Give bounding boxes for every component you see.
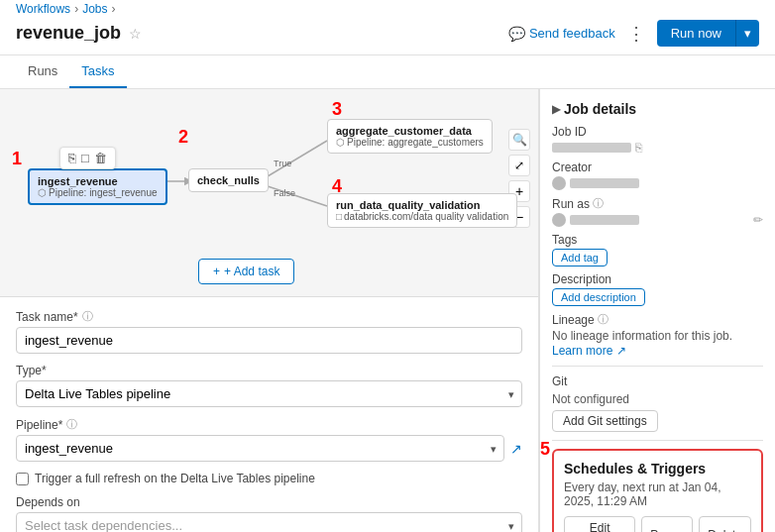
lineage-label: Lineage ⓘ <box>552 312 763 327</box>
run-now-group: Run now ▾ <box>657 20 759 47</box>
type-label: Type* <box>16 364 522 377</box>
lineage-info-icon[interactable]: ⓘ <box>598 312 609 327</box>
feedback-button[interactable]: 💬 Send feedback <box>508 26 615 42</box>
svg-line-1 <box>268 141 327 176</box>
job-id-row: Job ID ⎘ <box>552 125 763 155</box>
tags-row: Tags Add tag <box>552 233 763 266</box>
job-id-copy-icon[interactable]: ⎘ <box>635 141 642 155</box>
star-icon[interactable]: ☆ <box>129 26 142 42</box>
run-as-edit-icon[interactable]: ✏ <box>753 213 763 227</box>
right-panel: ▶ Job details Job ID ⎘ Creator <box>539 89 775 532</box>
node-sub-quality: □ databricks.com/data quality validation <box>336 211 508 222</box>
copy-icon[interactable]: ⎘ <box>68 151 76 165</box>
step-3: 3 <box>332 99 342 120</box>
form-checkbox: Trigger a full refresh on the Delta Live… <box>16 472 522 485</box>
run-now-button[interactable]: Run now <box>657 20 735 47</box>
lineage-text: No lineage information for this job. <box>552 329 763 343</box>
type-select[interactable]: Delta Live Tables pipeline <box>16 380 522 407</box>
node-ingest-revenue[interactable]: ingest_revenue ⬡ Pipeline: ingest_revenu… <box>28 168 167 205</box>
chevron-icon: ▶ <box>552 103 560 116</box>
add-git-settings-button[interactable]: Add Git settings <box>552 410 658 432</box>
divider-2 <box>552 440 763 441</box>
description-label: Description <box>552 272 763 286</box>
schedules-actions: Edit trigger Pause Delete <box>564 516 751 532</box>
svg-text:False: False <box>274 188 295 198</box>
feedback-label: Send feedback <box>529 26 615 41</box>
run-as-value: ✏ <box>552 213 763 227</box>
task-name-info-icon[interactable]: ⓘ <box>82 309 93 324</box>
breadcrumb-sep1: › <box>74 2 78 16</box>
task-name-input[interactable] <box>16 327 522 354</box>
depends-on-label: Depends on <box>16 495 522 509</box>
pipeline-select[interactable]: ingest_revenue <box>16 435 504 462</box>
add-description-button[interactable]: Add description <box>552 288 645 306</box>
delete-node-icon[interactable]: 🗑 <box>94 151 107 165</box>
delete-button[interactable]: Delete <box>699 516 751 532</box>
git-text: Not configured <box>552 392 763 406</box>
divider-1 <box>552 366 763 367</box>
tab-tasks[interactable]: Tasks <box>69 55 126 88</box>
edit-node-icon[interactable]: □ <box>81 151 89 165</box>
creator-value <box>552 176 763 190</box>
task-name-label: Task name* ⓘ <box>16 309 522 324</box>
git-label: Git <box>552 374 763 388</box>
step-1: 1 <box>12 149 22 169</box>
page-title: revenue_job <box>16 23 121 44</box>
fit-view-tool[interactable]: ⤢ <box>508 155 530 176</box>
job-id-label: Job ID <box>552 125 763 139</box>
run-now-dropdown-button[interactable]: ▾ <box>735 20 759 47</box>
zoom-search-tool[interactable]: 🔍 <box>508 129 530 151</box>
step-5-badge: 5 <box>540 439 550 460</box>
schedules-title: Schedules & Triggers <box>564 461 751 477</box>
pipeline-external-link-icon[interactable]: ↗ <box>510 441 522 457</box>
pipeline-label: Pipeline* ⓘ <box>16 417 522 432</box>
tags-label: Tags <box>552 233 763 247</box>
step-4: 4 <box>332 176 342 197</box>
svg-text:True: True <box>274 159 291 168</box>
run-as-row: Run as ⓘ ✏ <box>552 196 763 227</box>
node-check-nulls[interactable]: check_nulls <box>188 168 269 192</box>
trigger-refresh-label[interactable]: Trigger a full refresh on the Delta Live… <box>16 472 522 485</box>
form-depends-on: Depends on Select task dependencies... ▾ <box>16 495 522 532</box>
more-options-button[interactable]: ⋮ <box>623 21 649 47</box>
node-title-aggregate: aggregate_customer_data <box>336 125 484 137</box>
node-title-quality: run_data_quality_validation <box>336 199 508 211</box>
job-details-section: ▶ Job details Job ID ⎘ Creator <box>552 101 763 532</box>
breadcrumb-jobs[interactable]: Jobs <box>82 2 107 16</box>
schedules-text: Every day, next run at Jan 04, 2025, 11:… <box>564 480 751 508</box>
node-aggregate[interactable]: aggregate_customer_data ⬡ Pipeline: aggr… <box>327 119 493 154</box>
lineage-row: Lineage ⓘ No lineage information for thi… <box>552 312 763 358</box>
pipeline-info-icon[interactable]: ⓘ <box>66 417 77 432</box>
add-task-button[interactable]: + + Add task <box>198 259 294 284</box>
feedback-icon: 💬 <box>508 26 525 42</box>
node-title-check: check_nulls <box>197 174 260 186</box>
form-task-name: Task name* ⓘ <box>16 309 522 354</box>
node-title: ingest_revenue <box>38 175 158 187</box>
learn-more-link[interactable]: Learn more ↗ <box>552 344 626 358</box>
node-sub-aggregate: ⬡ Pipeline: aggregate_customers <box>336 137 484 148</box>
plus-icon: + <box>213 265 220 278</box>
trigger-refresh-checkbox[interactable] <box>16 473 29 485</box>
run-as-info-icon[interactable]: ⓘ <box>593 196 604 211</box>
add-tag-button[interactable]: Add tag <box>552 249 608 266</box>
breadcrumb-workflows[interactable]: Workflows <box>16 2 70 16</box>
tab-runs[interactable]: Runs <box>16 55 69 88</box>
step-2: 2 <box>178 127 188 148</box>
git-row: Git Not configured Add Git settings <box>552 374 763 432</box>
form-pipeline: Pipeline* ⓘ ingest_revenue ▾ ↗ <box>16 417 522 462</box>
add-task-label: + Add task <box>224 265 279 278</box>
job-id-value: ⎘ <box>552 141 763 155</box>
node-sub: ⬡ Pipeline: ingest_revenue <box>38 187 158 198</box>
node-data-quality[interactable]: run_data_quality_validation □ databricks… <box>327 193 517 228</box>
breadcrumb-sep2: › <box>111 2 115 16</box>
edit-trigger-button[interactable]: Edit trigger <box>564 516 635 532</box>
svg-line-2 <box>268 186 327 206</box>
depends-on-select[interactable]: Select task dependencies... <box>16 512 522 532</box>
schedules-section: 5 Schedules & Triggers Every day, next r… <box>552 449 763 532</box>
node-toolbar: ⎘ □ 🗑 <box>59 147 116 169</box>
run-as-label: Run as ⓘ <box>552 196 763 211</box>
description-row: Description Add description <box>552 272 763 306</box>
creator-row: Creator <box>552 160 763 190</box>
form-type: Type* Delta Live Tables pipeline ▾ <box>16 364 522 407</box>
pause-button[interactable]: Pause <box>641 516 693 532</box>
